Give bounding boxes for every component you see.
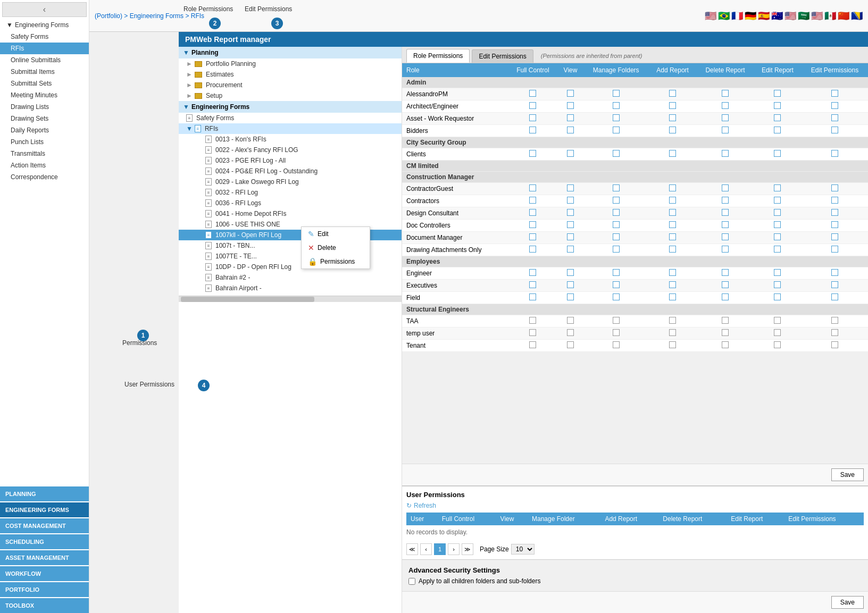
checkbox-Architect/Engineer-3[interactable] [669, 102, 676, 109]
checkbox-Tenant-0[interactable] [529, 341, 536, 348]
checkbox-Engineer-0[interactable] [529, 269, 536, 276]
checkbox-Executives-4[interactable] [722, 281, 729, 288]
checkbox-TAA-1[interactable] [567, 317, 574, 324]
checkbox-TAA-0[interactable] [529, 317, 536, 324]
checkbox-Field-5[interactable] [774, 293, 781, 300]
sidebar-item-submittal-items[interactable]: Submittal Items [0, 66, 89, 78]
checkbox-ContractorGuest-1[interactable] [567, 184, 574, 191]
checkbox-Clients-3[interactable] [669, 150, 676, 157]
checkbox-Asset---Work-Requestor-1[interactable] [567, 114, 574, 121]
checkbox-Doc-Controllers-5[interactable] [774, 221, 781, 228]
sidebar-item-rfis[interactable]: RFIs [0, 43, 89, 54]
checkbox-Design-Consultant-5[interactable] [774, 209, 781, 216]
checkbox-AlessandroPM-2[interactable] [613, 90, 620, 97]
checkbox-Contractors-3[interactable] [669, 197, 676, 204]
checkbox-Asset---Work-Requestor-2[interactable] [613, 114, 620, 121]
context-menu-delete[interactable]: ✕ Delete [302, 241, 370, 255]
page-size-select[interactable]: 10 20 50 [511, 544, 535, 555]
sidebar-item-transmittals[interactable]: Transmittals [0, 148, 89, 159]
checkbox-Doc-Controllers-1[interactable] [567, 221, 574, 228]
checkbox-Asset---Work-Requestor-0[interactable] [529, 114, 536, 121]
checkbox-Clients-4[interactable] [722, 150, 729, 157]
next-page-btn[interactable]: › [448, 543, 460, 555]
checkbox-Executives-0[interactable] [529, 281, 536, 288]
sidebar-group-asset-management[interactable]: ASSET MANAGEMENT [0, 550, 89, 565]
checkbox-Asset---Work-Requestor-3[interactable] [669, 114, 676, 121]
sidebar-item-meeting-minutes[interactable]: Meeting Minutes [0, 89, 89, 101]
tree-item-rfis[interactable]: ▼ ≡ RFIs [179, 123, 402, 134]
checkbox-Bidders-6[interactable] [831, 127, 838, 133]
context-menu-permissions[interactable]: 🔒 Permissions [302, 255, 370, 268]
tab-role-permissions[interactable]: Role Permissions [406, 49, 470, 63]
checkbox-Executives-3[interactable] [669, 281, 676, 288]
checkbox-Doc-Controllers-0[interactable] [529, 221, 536, 228]
checkbox-Drawing-Attachments-Only-4[interactable] [722, 246, 729, 253]
checkbox-Architect/Engineer-0[interactable] [529, 102, 536, 109]
checkbox-temp-user-4[interactable] [722, 329, 729, 336]
sidebar-item-engineering-forms[interactable]: ▼ Engineering Forms [0, 19, 89, 31]
checkbox-temp-user-1[interactable] [567, 329, 574, 336]
checkbox-ContractorGuest-5[interactable] [774, 184, 781, 191]
first-page-btn[interactable]: ≪ [406, 543, 418, 555]
sidebar-group-workflow[interactable]: WORKFLOW [0, 566, 89, 581]
tree-item-0041[interactable]: ≡ 0041 - Home Depot RFIs [179, 208, 402, 219]
checkbox-AlessandroPM-1[interactable] [567, 90, 574, 97]
sidebar-group-toolbox[interactable]: TOOLBOX [0, 598, 89, 613]
checkbox-Clients-5[interactable] [774, 150, 781, 157]
checkbox-TAA-2[interactable] [613, 317, 620, 324]
checkbox-Bidders-2[interactable] [613, 127, 620, 133]
checkbox-Design-Consultant-1[interactable] [567, 209, 574, 216]
tree-item-estimates[interactable]: ► Estimates [179, 69, 402, 80]
checkbox-Tenant-4[interactable] [722, 341, 729, 348]
checkbox-ContractorGuest-6[interactable] [831, 184, 838, 191]
sidebar-item-daily-reports[interactable]: Daily Reports [0, 124, 89, 136]
checkbox-Tenant-2[interactable] [613, 341, 620, 348]
sidebar-group-planning[interactable]: PLANNING [0, 486, 89, 501]
checkbox-AlessandroPM-3[interactable] [669, 90, 676, 97]
checkbox-ContractorGuest-2[interactable] [613, 184, 620, 191]
checkbox-Document-Manager-2[interactable] [613, 233, 620, 240]
checkbox-Architect/Engineer-2[interactable] [613, 102, 620, 109]
tree-item-0023[interactable]: ≡ 0023 - PGE RFI Log - All [179, 155, 402, 166]
bottom-save-button[interactable]: Save [831, 596, 864, 609]
sidebar-group-cost-management[interactable]: COST MANAGEMENT [0, 518, 89, 533]
sidebar-item-drawing-sets[interactable]: Drawing Sets [0, 113, 89, 124]
checkbox-AlessandroPM-6[interactable] [831, 90, 838, 97]
checkbox-temp-user-6[interactable] [831, 329, 838, 336]
sidebar-group-engineering-forms[interactable]: ENGINEERING FORMS [0, 502, 89, 517]
checkbox-Tenant-3[interactable] [669, 341, 676, 348]
checkbox-temp-user-3[interactable] [669, 329, 676, 336]
checkbox-Engineer-3[interactable] [669, 269, 676, 276]
checkbox-Document-Manager-0[interactable] [529, 233, 536, 240]
tree-item-bahrain2[interactable]: ≡ Bahrain #2 - [179, 272, 402, 283]
checkbox-Field-2[interactable] [613, 293, 620, 300]
page-1-btn[interactable]: 1 [434, 543, 446, 555]
checkbox-TAA-3[interactable] [669, 317, 676, 324]
checkbox-ContractorGuest-3[interactable] [669, 184, 676, 191]
sidebar-group-portfolio[interactable]: PORTFOLIO [0, 582, 89, 597]
checkbox-Contractors-2[interactable] [613, 197, 620, 204]
checkbox-Doc-Controllers-4[interactable] [722, 221, 729, 228]
save-button[interactable]: Save [831, 468, 864, 481]
checkbox-Engineer-6[interactable] [831, 269, 838, 276]
checkbox-Executives-1[interactable] [567, 281, 574, 288]
checkbox-Drawing-Attachments-Only-1[interactable] [567, 246, 574, 253]
tree-item-0022[interactable]: ≡ 0022 - Alex's Fancy RFI LOG [179, 145, 402, 155]
sidebar-item-correspondence[interactable]: Correspondence [0, 171, 89, 183]
checkbox-Engineer-4[interactable] [722, 269, 729, 276]
checkbox-Clients-6[interactable] [831, 150, 838, 157]
checkbox-Tenant-5[interactable] [774, 341, 781, 348]
checkbox-Clients-2[interactable] [613, 150, 620, 157]
checkbox-Contractors-0[interactable] [529, 197, 536, 204]
sidebar-item-submittal-sets[interactable]: Submittal Sets [0, 78, 89, 89]
checkbox-Document-Manager-3[interactable] [669, 233, 676, 240]
tree-item-bahrain-airport[interactable]: ≡ Bahrain Airport - [179, 283, 402, 293]
checkbox-Contractors-5[interactable] [774, 197, 781, 204]
sidebar-item-drawing-lists[interactable]: Drawing Lists [0, 101, 89, 113]
checkbox-Tenant-1[interactable] [567, 341, 574, 348]
checkbox-Document-Manager-1[interactable] [567, 233, 574, 240]
checkbox-Clients-0[interactable] [529, 150, 536, 157]
checkbox-Design-Consultant-2[interactable] [613, 209, 620, 216]
checkbox-Contractors-4[interactable] [722, 197, 729, 204]
apply-to-children-checkbox[interactable] [408, 578, 415, 585]
